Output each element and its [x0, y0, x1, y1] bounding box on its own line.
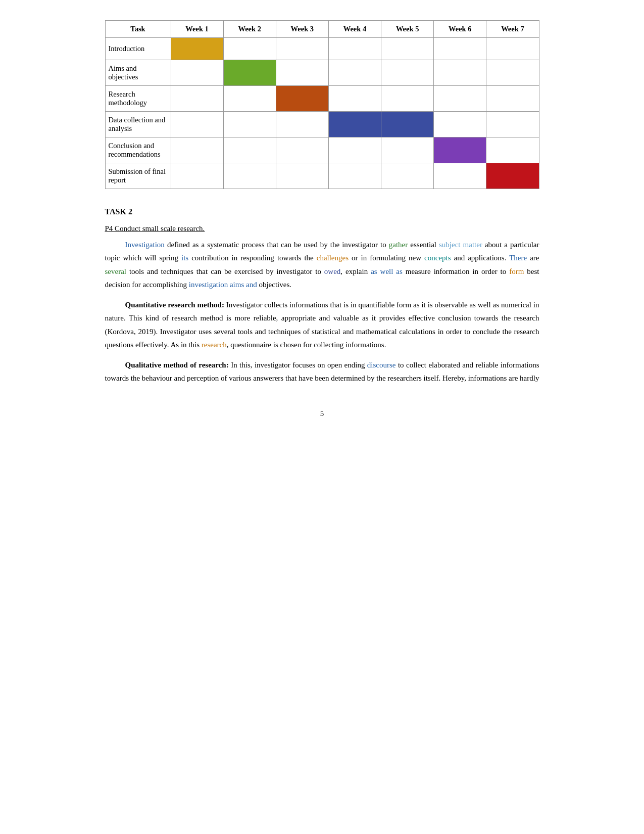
- p4-label: P4 Conduct small scale research.: [105, 224, 539, 233]
- colored-word: There: [509, 254, 527, 262]
- page: TaskWeek 1Week 2Week 3Week 4Week 5Week 6…: [105, 20, 539, 418]
- colored-word: subject matter: [439, 241, 482, 249]
- colored-word: its: [181, 254, 188, 262]
- gantt-row: Conclusion and recommendations: [105, 137, 539, 163]
- gantt-cell: [171, 86, 223, 112]
- gantt-cell: [276, 112, 328, 137]
- gantt-header: Week 5: [381, 21, 434, 38]
- bold-label: Quantitative research method:: [125, 301, 224, 309]
- gantt-cell: [276, 86, 328, 112]
- colored-word: discourse: [367, 361, 396, 369]
- gantt-header: Week 7: [486, 21, 539, 38]
- gantt-row: Data collection and analysis: [105, 112, 539, 137]
- gantt-cell: [171, 38, 223, 60]
- gantt-header: Week 1: [171, 21, 223, 38]
- gantt-row: Aims and objectives: [105, 60, 539, 86]
- gantt-cell: [381, 163, 434, 189]
- gantt-cell: [223, 38, 276, 60]
- gantt-cell: [381, 137, 434, 163]
- gantt-cell: [486, 86, 539, 112]
- gantt-header: Week 6: [434, 21, 486, 38]
- gantt-cell: [381, 112, 434, 137]
- colored-word: concepts: [424, 254, 451, 262]
- colored-word: Investigation: [125, 241, 165, 249]
- gantt-cell: [171, 112, 223, 137]
- gantt-cell: [434, 60, 486, 86]
- gantt-cell: [328, 60, 381, 86]
- gantt-row: Introduction: [105, 38, 539, 60]
- gantt-cell: [486, 60, 539, 86]
- gantt-cell: [328, 86, 381, 112]
- para3: Qualitative method of research: In this,…: [105, 358, 539, 385]
- colored-word: as well as: [371, 267, 403, 275]
- colored-word: several: [105, 267, 126, 275]
- gantt-cell: [381, 38, 434, 60]
- gantt-cell: [434, 86, 486, 112]
- gantt-cell: [223, 112, 276, 137]
- gantt-cell: [171, 60, 223, 86]
- gantt-cell: [486, 38, 539, 60]
- colored-word: investigation aims and: [189, 281, 257, 289]
- gantt-row: Submission of final report: [105, 163, 539, 189]
- gantt-task-label: Conclusion and recommendations: [105, 137, 171, 163]
- gantt-header: Task: [105, 21, 171, 38]
- gantt-cell: [223, 163, 276, 189]
- task2-heading: TASK 2: [105, 207, 539, 216]
- colored-word: gather: [389, 241, 408, 249]
- colored-word: challenges: [317, 254, 349, 262]
- gantt-cell: [434, 112, 486, 137]
- gantt-cell: [328, 112, 381, 137]
- gantt-cell: [328, 137, 381, 163]
- gantt-cell: [171, 163, 223, 189]
- gantt-cell: [223, 137, 276, 163]
- gantt-header: Week 4: [328, 21, 381, 38]
- gantt-task-label: Submission of final report: [105, 163, 171, 189]
- gantt-cell: [223, 60, 276, 86]
- bold-label: Qualitative method of research:: [125, 361, 229, 369]
- gantt-cell: [486, 137, 539, 163]
- gantt-row: Research methodology: [105, 86, 539, 112]
- gantt-cell: [486, 163, 539, 189]
- task2-section: TASK 2 P4 Conduct small scale research. …: [105, 207, 539, 385]
- gantt-table: TaskWeek 1Week 2Week 3Week 4Week 5Week 6…: [105, 20, 539, 189]
- gantt-cell: [381, 60, 434, 86]
- gantt-cell: [486, 112, 539, 137]
- colored-word: research: [202, 341, 227, 349]
- colored-word: owed: [324, 267, 341, 275]
- gantt-task-label: Aims and objectives: [105, 60, 171, 86]
- gantt-task-label: Introduction: [105, 38, 171, 60]
- gantt-cell: [434, 163, 486, 189]
- gantt-cell: [171, 137, 223, 163]
- gantt-task-label: Research methodology: [105, 86, 171, 112]
- gantt-cell: [434, 38, 486, 60]
- gantt-task-label: Data collection and analysis: [105, 112, 171, 137]
- gantt-cell: [328, 163, 381, 189]
- gantt-cell: [328, 38, 381, 60]
- gantt-cell: [381, 86, 434, 112]
- para2: Quantitative research method: Investigat…: [105, 298, 539, 351]
- gantt-header: Week 3: [276, 21, 328, 38]
- colored-word: form: [509, 267, 524, 275]
- gantt-cell: [276, 137, 328, 163]
- para1: Investigation defined as a systematic pr…: [105, 238, 539, 291]
- gantt-cell: [276, 163, 328, 189]
- gantt-header: Week 2: [223, 21, 276, 38]
- gantt-cell: [276, 38, 328, 60]
- gantt-cell: [223, 86, 276, 112]
- page-number: 5: [105, 409, 539, 418]
- gantt-cell: [276, 60, 328, 86]
- gantt-cell: [434, 137, 486, 163]
